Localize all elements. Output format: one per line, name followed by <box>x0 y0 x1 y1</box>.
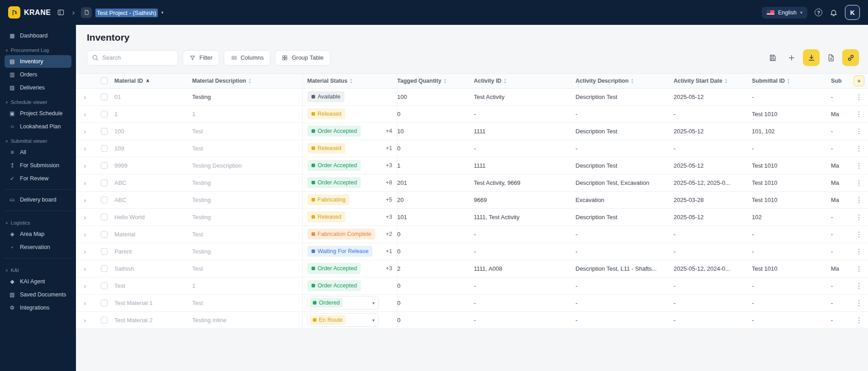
expand-row-icon[interactable]: › <box>84 196 86 204</box>
row-checkbox[interactable] <box>101 265 108 272</box>
status-dropdown[interactable]: Ordered▾ <box>307 296 379 310</box>
expand-row-icon[interactable]: › <box>84 127 86 135</box>
search-input[interactable] <box>102 54 173 61</box>
sidebar-item-saved-documents[interactable]: ▧Saved Documents <box>5 288 71 301</box>
expand-row-icon[interactable]: › <box>84 299 86 307</box>
expand-row-icon[interactable]: › <box>84 230 86 238</box>
row-checkbox[interactable] <box>101 317 108 324</box>
row-menu-icon[interactable]: ⋮ <box>855 213 863 221</box>
expand-row-icon[interactable]: › <box>84 213 86 221</box>
row-menu-icon[interactable]: ⋮ <box>855 145 863 152</box>
row-menu-icon[interactable]: ⋮ <box>855 127 863 135</box>
link-button[interactable] <box>842 49 859 66</box>
column-header-tagged-quantity[interactable]: Tagged Quantity▴▾ <box>397 74 474 88</box>
row-checkbox[interactable] <box>101 179 108 186</box>
column-header-activity-description[interactable]: Activity Description▴▾ <box>576 74 674 88</box>
help-button[interactable]: ? <box>815 9 822 16</box>
row-menu-icon[interactable]: ⋮ <box>855 196 863 204</box>
expand-row-icon[interactable]: › <box>84 145 86 152</box>
select-all-checkbox[interactable] <box>101 77 108 84</box>
expand-row-icon[interactable]: › <box>84 179 86 187</box>
expand-row-icon[interactable]: › <box>84 93 86 101</box>
sidebar-item-orders[interactable]: ▥Orders <box>5 68 71 81</box>
status-count[interactable]: +2 <box>386 231 392 237</box>
row-menu-icon[interactable]: ⋮ <box>855 230 863 238</box>
expand-row-icon[interactable]: › <box>84 316 86 324</box>
status-count[interactable]: +1 <box>386 145 392 151</box>
status-count[interactable]: +3 <box>386 265 392 272</box>
sidebar-item-integrations[interactable]: ⚙Integrations <box>5 301 71 314</box>
sidebar-item-for-submission[interactable]: ↥For Submission <box>5 159 71 172</box>
sidebar-item-area-map[interactable]: ◈Area Map <box>5 228 71 240</box>
sidebar-section-title-submittal-viewer[interactable]: ∧Submittal viewer <box>5 138 71 144</box>
avatar[interactable]: K <box>845 5 860 20</box>
language-selector[interactable]: English ▾ <box>762 7 807 19</box>
group-table-button[interactable]: Group Table <box>275 50 330 66</box>
sidebar-item-delivery-board[interactable]: ▭Delivery board <box>5 193 71 206</box>
row-checkbox[interactable] <box>101 282 108 289</box>
project-selector[interactable]: Test Project - (Sathish) ▾ <box>81 7 164 18</box>
row-menu-icon[interactable]: ⋮ <box>855 162 863 169</box>
row-checkbox[interactable] <box>101 128 108 135</box>
status-count[interactable]: +3 <box>386 162 392 169</box>
expand-row-icon[interactable]: › <box>84 162 86 169</box>
row-checkbox[interactable] <box>101 197 108 203</box>
row-menu-icon[interactable]: ⋮ <box>855 282 863 290</box>
status-count[interactable]: +8 <box>386 179 392 186</box>
column-header-submittal-id[interactable]: Submittal ID▴▾ <box>752 74 831 88</box>
row-menu-icon[interactable]: ⋮ <box>855 110 863 118</box>
row-checkbox[interactable] <box>101 145 108 152</box>
row-checkbox[interactable] <box>101 111 108 117</box>
expand-row-icon[interactable]: › <box>84 248 86 255</box>
sidebar-item-lookahead-plan[interactable]: ○Lookahead Plan <box>5 120 71 133</box>
sidebar-item-all[interactable]: ≡All <box>5 146 71 159</box>
row-checkbox[interactable] <box>101 231 108 238</box>
row-checkbox[interactable] <box>101 162 108 169</box>
status-count[interactable]: +3 <box>386 214 392 220</box>
row-menu-icon[interactable]: ⋮ <box>855 299 863 307</box>
sidebar-item-inventory[interactable]: ▤Inventory <box>5 55 71 68</box>
column-header-material-description[interactable]: Material Description▴▾ <box>192 74 302 88</box>
sidebar-item-reservation[interactable]: ▫Reservation <box>5 241 71 254</box>
row-checkbox[interactable] <box>101 94 108 100</box>
sidebar-item-kai-agent[interactable]: ◆KAI Agent <box>5 275 71 288</box>
krane-logo[interactable]: KRANE <box>8 6 51 19</box>
sidebar-item-dashboard[interactable]: ▦Dashboard <box>5 29 71 42</box>
status-count[interactable]: +5 <box>386 197 392 203</box>
notifications-button[interactable] <box>830 9 838 17</box>
status-count[interactable]: +1 <box>386 248 392 254</box>
row-checkbox[interactable] <box>101 214 108 221</box>
expand-row-icon[interactable]: › <box>84 110 86 118</box>
row-menu-icon[interactable]: ⋮ <box>855 179 863 187</box>
column-header-activity-id[interactable]: Activity ID▴▾ <box>474 74 576 88</box>
row-checkbox[interactable] <box>101 248 108 255</box>
sidebar-section-title-procurement-log[interactable]: ∧Procurement Log <box>5 47 71 53</box>
sidebar-section-title-logistics[interactable]: ∧Logistics <box>5 220 71 225</box>
sidebar-section-title-kai[interactable]: ∧KAI <box>5 268 71 273</box>
add-record-button[interactable] <box>784 50 799 66</box>
row-menu-icon[interactable]: ⋮ <box>855 265 863 272</box>
sidebar-section-title-schedule-viewer[interactable]: ∧Schedule viewer <box>5 99 71 105</box>
sidebar-item-deliveries[interactable]: ▨Deliveries <box>5 81 71 94</box>
sidebar-toggle-button[interactable] <box>56 8 66 17</box>
column-header-activity-start-date[interactable]: Activity Start Date▴▾ <box>674 74 752 88</box>
status-dropdown[interactable]: En Route▾ <box>307 313 379 327</box>
row-menu-icon[interactable]: ⋮ <box>855 316 863 324</box>
status-count[interactable]: +4 <box>386 128 392 134</box>
export-button[interactable] <box>803 49 820 66</box>
sidebar-item-project-schedule[interactable]: ▣Project Schedule <box>5 107 71 120</box>
row-menu-icon[interactable]: ⋮ <box>855 93 863 101</box>
expand-row-icon[interactable]: › <box>84 282 86 290</box>
row-checkbox[interactable] <box>101 300 108 306</box>
document-button[interactable] <box>823 50 839 66</box>
row-menu-icon[interactable]: ⋮ <box>855 248 863 255</box>
columns-button[interactable]: Columns <box>224 50 270 66</box>
column-header-sub[interactable]: Sub <box>831 74 850 88</box>
expand-row-icon[interactable]: › <box>84 265 86 272</box>
column-header-material-id[interactable]: Material ID∧ <box>114 74 192 88</box>
sidebar-item-for-review[interactable]: ✓For Review <box>5 172 71 185</box>
column-header-material-status[interactable]: Material Status▴▾ <box>302 74 397 88</box>
filter-button[interactable]: Filter <box>183 50 219 66</box>
add-column-button[interactable]: + <box>854 75 864 86</box>
save-view-button[interactable] <box>765 50 780 66</box>
